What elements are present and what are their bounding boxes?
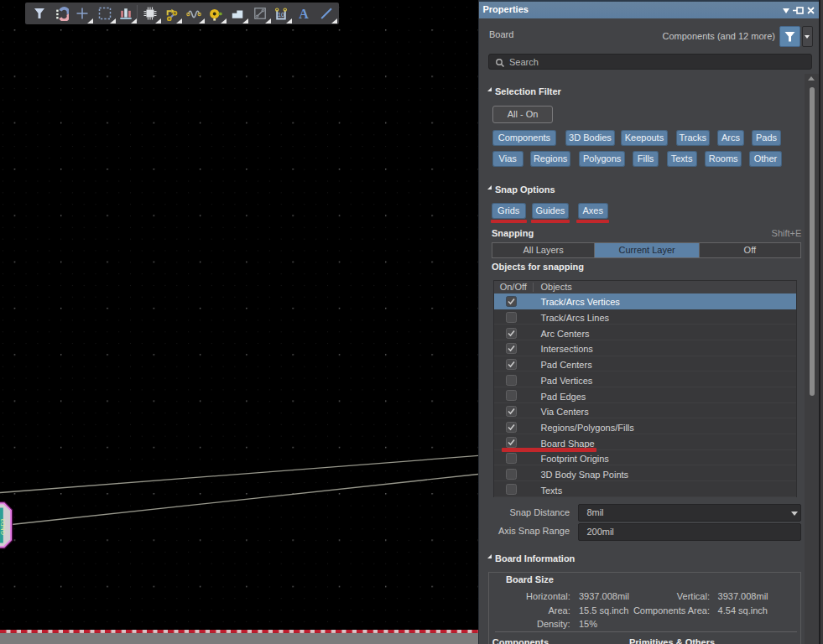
svg-text:10: 10 (278, 11, 284, 18)
svg-text:A: A (299, 6, 309, 20)
svg-text:GND3: GND3 (0, 518, 6, 535)
